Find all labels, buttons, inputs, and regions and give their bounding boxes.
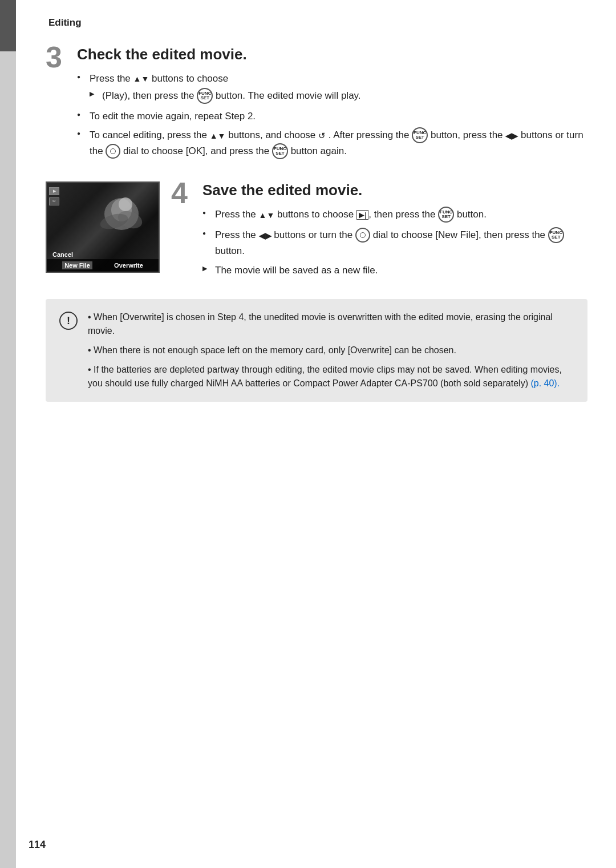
step4-arrow-bullet: The movie will be saved as a new file. — [202, 263, 587, 278]
func-button-5: FUNCSET — [548, 227, 564, 243]
step3-section: 3 Check the edited movie. Press the ▲▼ b… — [46, 46, 587, 164]
step3-bullet-1: Press the ▲▼ buttons to choose (Play), t… — [77, 71, 587, 104]
note-content: • When [Overwrite] is chosen in Step 4, … — [88, 310, 574, 390]
note-text-2: • When there is not enough space left on… — [88, 344, 574, 357]
camera-screen: ▶ ✂ New File Overwrite — [46, 181, 160, 273]
sidebar-bar — [0, 0, 16, 868]
cam-icon-2: ✂ — [49, 197, 59, 205]
dial-icon-2 — [355, 228, 370, 243]
step4-content: 4 Save the edited movie. Press the ▲▼ bu… — [171, 181, 587, 282]
note-link: (p. 40). — [530, 378, 560, 388]
sidebar-accent — [0, 0, 16, 51]
step3-bullet-list: Press the ▲▼ buttons to choose (Play), t… — [77, 71, 587, 160]
step4-title: Save the edited movie. — [202, 181, 587, 199]
page-content: Editing 3 Check the edited movie. Press … — [29, 0, 616, 436]
cam-icon-1: ▶ — [49, 187, 59, 195]
step4-number: 4 — [171, 178, 202, 208]
cancel-btn: Cancel — [52, 251, 73, 258]
up-down-arrows-2: ▲▼ — [210, 131, 226, 140]
step4-image-col: ▶ ✂ New File Overwrite — [46, 181, 160, 282]
func-button-3: FUNCSET — [272, 143, 288, 159]
section-label: Editing — [48, 17, 587, 29]
step3-bullet-2: To edit the movie again, repeat Step 2. — [77, 109, 587, 124]
dial-icon-1 — [106, 144, 120, 159]
step4-section: ▶ ✂ New File Overwrite — [46, 181, 587, 282]
step3-content: Check the edited movie. Press the ▲▼ but… — [77, 46, 587, 164]
note-text-3: • If the batteries are depleted partway … — [88, 363, 574, 390]
func-button-4: FUNCSET — [438, 207, 454, 223]
svg-point-2 — [119, 197, 132, 211]
camera-sidebar-icons: ▶ ✂ — [49, 187, 59, 205]
left-right-arrows-1: ◀▶ — [505, 131, 518, 140]
return-icon: ↺ — [318, 131, 326, 140]
up-down-arrows-1: ▲▼ — [133, 74, 149, 83]
photo-sim: ▶ ✂ — [47, 183, 159, 272]
screen-bottom-bar: New File Overwrite — [47, 259, 159, 272]
overwrite-btn: Overwrite — [114, 262, 143, 269]
step3-number: 3 — [46, 42, 77, 164]
up-down-arrows-3: ▲▼ — [259, 211, 275, 220]
step4-bullet-list: Press the ▲▼ buttons to choose ▶|, then … — [202, 207, 587, 277]
note-box: ! • When [Overwrite] is chosen in Step 4… — [46, 299, 587, 402]
new-file-btn: New File — [62, 261, 92, 269]
bird-silhouette — [90, 188, 147, 245]
left-right-arrows-2: ◀▶ — [259, 231, 271, 240]
page-number: 114 — [29, 839, 46, 851]
note-text-1: • When [Overwrite] is chosen in Step 4, … — [88, 310, 574, 338]
func-button-1: FUNCSET — [197, 88, 213, 104]
func-button-2: FUNCSET — [412, 127, 428, 143]
note-icon: ! — [59, 312, 78, 330]
step4-bullet-2: Press the ◀▶ buttons or turn the dial to… — [202, 228, 587, 259]
step4-bullet-1: Press the ▲▼ buttons to choose ▶|, then … — [202, 207, 587, 223]
save-icon: ▶| — [356, 210, 368, 220]
step3-title: Check the edited movie. — [77, 46, 587, 63]
step3-subbullet-1: (Play), then press the FUNCSET button. T… — [90, 88, 587, 104]
step3-bullet-3: To cancel editing, press the ▲▼ buttons,… — [77, 128, 587, 160]
